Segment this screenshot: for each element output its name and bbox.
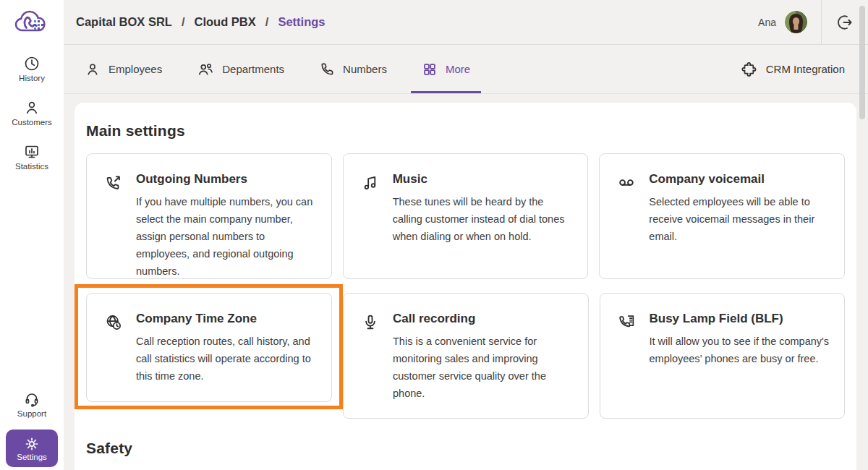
card-title: Call recording [393, 312, 575, 326]
sidebar-item-label: Statistics [15, 162, 48, 171]
sidebar-item-label: History [19, 74, 45, 82]
microphone-icon [361, 312, 380, 418]
tab-label: Employees [109, 63, 162, 75]
breadcrumb-cloud-pbx[interactable]: Cloud PBX [195, 15, 256, 29]
vertical-scrollbar-thumb[interactable] [859, 6, 865, 119]
user-name: Ana [758, 17, 776, 28]
sidebar-item-settings[interactable]: Settings [6, 430, 58, 467]
content-area: Main settings Outgoing Numbers If you ha… [64, 94, 868, 470]
section-title-main-settings: Main settings [86, 122, 845, 140]
crm-integration-button[interactable]: CRM Integration [740, 61, 845, 78]
monitor-chart-icon [23, 143, 41, 161]
card-description: Call reception routes, call history, and… [136, 333, 318, 385]
card-outgoing-numbers[interactable]: Outgoing Numbers If you have multiple nu… [86, 153, 332, 279]
card-title: Music [393, 172, 575, 187]
card-title: Outgoing Numbers [136, 172, 318, 187]
tab-departments[interactable]: Departments [197, 45, 284, 93]
breadcrumb-company[interactable]: Capital BOX SRL [76, 15, 172, 29]
pbx-tabbar: Employees Departments Numbers [64, 45, 868, 94]
grid-icon [422, 61, 438, 77]
tabbar-right: CRM Integration [740, 45, 868, 93]
settings-panel: Main settings Outgoing Numbers If you ha… [75, 103, 856, 470]
headset-icon [23, 390, 41, 408]
cards-row-1: Outgoing Numbers If you have multiple nu… [86, 153, 845, 279]
card-title: Busy Lamp Field (BLF) [650, 312, 832, 326]
sidebar-item-support[interactable]: Support [3, 388, 61, 421]
sidebar-item-history[interactable]: History [3, 52, 61, 85]
card-company-time-zone[interactable]: Company Time Zone Call reception routes,… [86, 293, 332, 402]
tab-label: More [446, 63, 470, 75]
card-description: If you have multiple numbers, you can se… [136, 193, 318, 280]
tabs: Employees Departments Numbers [64, 45, 470, 93]
sidebar: History Customers Statistics [0, 0, 64, 470]
card-description: Selected employees will be able to recei… [649, 193, 831, 245]
card-description: It will allow you to see if the company'… [650, 333, 832, 367]
people-icon [197, 61, 214, 77]
tab-label: Departments [222, 63, 284, 75]
cards-row-2: Company Time Zone Call reception routes,… [86, 293, 845, 419]
phone-icon [319, 61, 335, 77]
cloud-phone-logo[interactable] [12, 6, 52, 39]
puzzle-icon [740, 61, 757, 78]
top-header: Capital BOX SRL / Cloud PBX / Settings A… [64, 0, 868, 45]
card-busy-lamp-field[interactable]: Busy Lamp Field (BLF) It will allow you … [600, 293, 846, 419]
card-music[interactable]: Music These tunes will be heard by the c… [343, 153, 589, 279]
tab-label: Numbers [343, 63, 387, 75]
breadcrumb-separator: / [182, 15, 185, 29]
crm-integration-label: CRM Integration [766, 63, 845, 75]
sidebar-item-customers[interactable]: Customers [3, 96, 61, 129]
gear-icon [24, 436, 40, 452]
card-company-voicemail[interactable]: Company voicemail Selected employees wil… [599, 153, 845, 279]
tab-more[interactable]: More [422, 45, 470, 93]
avatar[interactable] [785, 11, 807, 33]
card-call-recording[interactable]: Call recording This is a convenient serv… [343, 293, 589, 419]
breadcrumb-settings[interactable]: Settings [278, 15, 325, 29]
sidebar-item-label: Settings [17, 453, 47, 461]
person-icon [85, 61, 101, 77]
clock-icon [23, 55, 41, 72]
globe-clock-icon [104, 312, 123, 401]
phone-list-icon [618, 312, 637, 418]
section-title-safety: Safety [86, 440, 845, 457]
sidebar-item-label: Customers [12, 118, 52, 127]
logout-icon [835, 13, 854, 32]
tab-employees[interactable]: Employees [85, 45, 162, 93]
tab-numbers[interactable]: Numbers [319, 45, 387, 93]
breadcrumb: Capital BOX SRL / Cloud PBX / Settings [64, 15, 325, 29]
header-right: Ana [758, 0, 868, 44]
outgoing-call-icon [104, 172, 123, 278]
sidebar-bottom-nav: Support Settings [0, 388, 64, 467]
highlighted-card-wrap: Company Time Zone Call reception routes,… [86, 293, 332, 402]
music-note-icon [361, 172, 380, 278]
voicemail-icon [617, 172, 636, 278]
card-description: This is a convenient service for monitor… [393, 333, 575, 402]
card-title: Company Time Zone [136, 312, 318, 326]
card-description: These tunes will be heard by the calling… [393, 193, 575, 245]
breadcrumb-separator: / [265, 15, 269, 29]
sidebar-item-statistics[interactable]: Statistics [3, 140, 61, 174]
sidebar-nav: History Customers Statistics [3, 52, 61, 174]
person-icon [23, 99, 41, 116]
card-title: Company voicemail [649, 172, 831, 187]
sidebar-item-label: Support [17, 409, 46, 418]
